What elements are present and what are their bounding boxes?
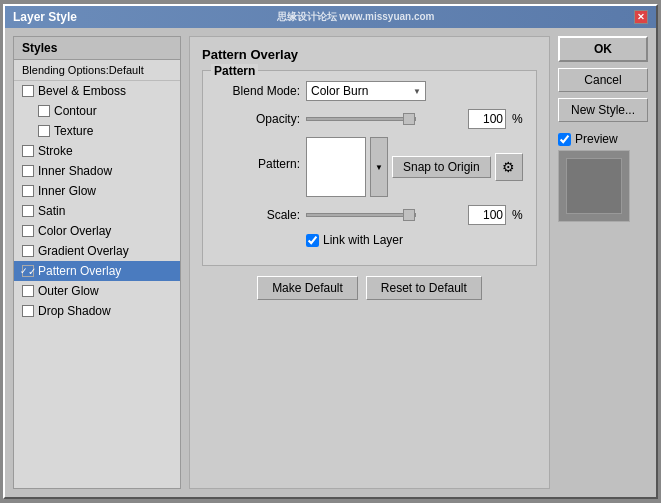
outer-glow-checkbox[interactable] xyxy=(22,285,34,297)
scale-label: Scale: xyxy=(215,208,300,222)
layer-style-dialog: Layer Style 思缘设计论坛 www.missyuan.com ✕ St… xyxy=(3,4,658,499)
inner-shadow-label: Inner Shadow xyxy=(38,164,112,178)
texture-checkbox[interactable] xyxy=(38,125,50,137)
link-layer-label: Link with Layer xyxy=(323,233,403,247)
inner-glow-label: Inner Glow xyxy=(38,184,96,198)
sidebar-item-texture[interactable]: Texture xyxy=(14,121,180,141)
color-overlay-checkbox[interactable] xyxy=(22,225,34,237)
scale-row: Scale: 100 % xyxy=(215,205,524,225)
sidebar-item-inner-glow[interactable]: Inner Glow xyxy=(14,181,180,201)
dialog-body: Styles Blending Options:Default Bevel & … xyxy=(5,28,656,497)
preview-checkbox[interactable] xyxy=(558,133,571,146)
link-layer-row: Link with Layer xyxy=(306,233,524,247)
title-bar-buttons: ✕ xyxy=(634,10,648,24)
scale-input[interactable]: 100 xyxy=(468,205,506,225)
sidebar-item-pattern-overlay[interactable]: ✓ Pattern Overlay xyxy=(14,261,180,281)
main-content: Pattern Overlay Pattern Blend Mode: Colo… xyxy=(189,36,550,489)
opacity-slider[interactable] xyxy=(306,117,416,121)
preview-section: Preview xyxy=(558,132,648,222)
dialog-title: Layer Style xyxy=(13,10,77,24)
gradient-overlay-checkbox[interactable] xyxy=(22,245,34,257)
pattern-dropdown-button[interactable]: ▼ xyxy=(370,137,388,197)
inner-panel: Pattern Blend Mode: Color Burn ▼ Opacity… xyxy=(202,70,537,266)
blend-mode-dropdown[interactable]: Color Burn ▼ xyxy=(306,81,426,101)
chevron-down-icon: ▼ xyxy=(375,163,383,172)
pattern-overlay-checkbox[interactable]: ✓ xyxy=(22,265,34,277)
sidebar-item-color-overlay[interactable]: Color Overlay xyxy=(14,221,180,241)
preview-inner xyxy=(566,158,622,214)
gradient-overlay-label: Gradient Overlay xyxy=(38,244,129,258)
sidebar-item-contour[interactable]: Contour xyxy=(14,101,180,121)
stroke-checkbox[interactable] xyxy=(22,145,34,157)
opacity-slider-container xyxy=(306,117,462,121)
scale-unit: % xyxy=(512,208,524,222)
texture-label: Texture xyxy=(54,124,93,138)
link-layer-checkbox[interactable] xyxy=(306,234,319,247)
panel-title: Pattern Overlay xyxy=(202,47,537,62)
opacity-input[interactable]: 100 xyxy=(468,109,506,129)
close-button[interactable]: ✕ xyxy=(634,10,648,24)
sidebar-item-satin[interactable]: Satin xyxy=(14,201,180,221)
ok-button[interactable]: OK xyxy=(558,36,648,62)
pattern-preview[interactable] xyxy=(306,137,366,197)
satin-label: Satin xyxy=(38,204,65,218)
opacity-label: Opacity: xyxy=(215,112,300,126)
blending-label: Blending Options:Default xyxy=(22,64,144,76)
blend-mode-row: Blend Mode: Color Burn ▼ xyxy=(215,81,524,101)
watermark: 思缘设计论坛 www.missyuan.com xyxy=(277,10,435,24)
outer-glow-label: Outer Glow xyxy=(38,284,99,298)
pattern-label: Pattern: xyxy=(215,157,300,171)
make-default-button[interactable]: Make Default xyxy=(257,276,358,300)
cancel-button[interactable]: Cancel xyxy=(558,68,648,92)
contour-checkbox[interactable] xyxy=(38,105,50,117)
right-panel: OK Cancel New Style... Preview xyxy=(558,36,648,489)
inner-glow-checkbox[interactable] xyxy=(22,185,34,197)
opacity-row: Opacity: 100 % xyxy=(215,109,524,129)
bevel-checkbox[interactable] xyxy=(22,85,34,97)
settings-icon: ⚙ xyxy=(502,159,515,175)
color-overlay-label: Color Overlay xyxy=(38,224,111,238)
pattern-row: Pattern: ▼ Snap to Origin ⚙ xyxy=(215,137,524,197)
styles-header[interactable]: Styles xyxy=(14,37,180,60)
scale-slider[interactable] xyxy=(306,213,416,217)
preview-check-row: Preview xyxy=(558,132,618,146)
sidebar-item-drop-shadow[interactable]: Drop Shadow xyxy=(14,301,180,321)
preview-label: Preview xyxy=(575,132,618,146)
styles-label: Styles xyxy=(22,41,57,55)
blend-mode-label: Blend Mode: xyxy=(215,84,300,98)
inner-panel-legend: Pattern xyxy=(211,64,258,78)
reset-default-button[interactable]: Reset to Default xyxy=(366,276,482,300)
sidebar-item-gradient-overlay[interactable]: Gradient Overlay xyxy=(14,241,180,261)
stroke-label: Stroke xyxy=(38,144,73,158)
pattern-options-button[interactable]: ⚙ xyxy=(495,153,523,181)
snap-to-origin-button[interactable]: Snap to Origin xyxy=(392,156,491,178)
contour-label: Contour xyxy=(54,104,97,118)
bevel-label: Bevel & Emboss xyxy=(38,84,126,98)
scale-slider-container xyxy=(306,213,462,217)
blending-options[interactable]: Blending Options:Default xyxy=(14,60,180,81)
outer-panel: Pattern Overlay Pattern Blend Mode: Colo… xyxy=(189,36,550,489)
preview-box xyxy=(558,150,630,222)
inner-shadow-checkbox[interactable] xyxy=(22,165,34,177)
sidebar-item-bevel[interactable]: Bevel & Emboss xyxy=(14,81,180,101)
sidebar-item-stroke[interactable]: Stroke xyxy=(14,141,180,161)
blend-mode-value: Color Burn xyxy=(311,84,368,98)
left-panel: Styles Blending Options:Default Bevel & … xyxy=(13,36,181,489)
drop-shadow-label: Drop Shadow xyxy=(38,304,111,318)
title-bar: Layer Style 思缘设计论坛 www.missyuan.com ✕ xyxy=(5,6,656,28)
drop-shadow-checkbox[interactable] xyxy=(22,305,34,317)
satin-checkbox[interactable] xyxy=(22,205,34,217)
bottom-buttons: Make Default Reset to Default xyxy=(202,276,537,300)
sidebar-item-outer-glow[interactable]: Outer Glow xyxy=(14,281,180,301)
new-style-button[interactable]: New Style... xyxy=(558,98,648,122)
opacity-unit: % xyxy=(512,112,524,126)
chevron-down-icon: ▼ xyxy=(413,87,421,96)
pattern-overlay-label: Pattern Overlay xyxy=(38,264,121,278)
sidebar-item-inner-shadow[interactable]: Inner Shadow xyxy=(14,161,180,181)
